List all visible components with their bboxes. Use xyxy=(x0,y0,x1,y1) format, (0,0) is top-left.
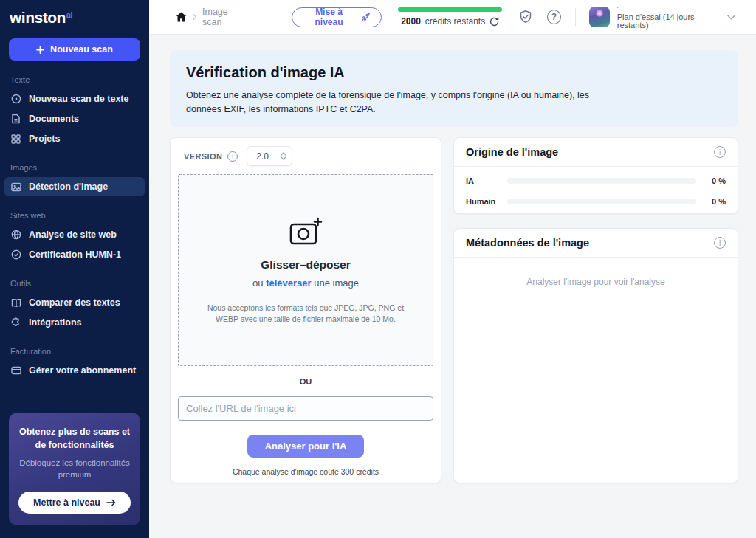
metadata-panel: Métadonnées de l'image i Analyser l'imag… xyxy=(453,228,738,483)
brand-logo: winstonai xyxy=(0,0,149,27)
sidebar-item-integrations[interactable]: Intégrations xyxy=(4,313,145,332)
section-label-images: Images xyxy=(10,163,149,172)
origin-row-value: 0 % xyxy=(696,197,726,206)
info-icon[interactable]: i xyxy=(227,151,238,162)
dropzone-title: Glisser–déposer xyxy=(261,258,350,272)
sidebar-item-website-analysis[interactable]: Analyse de site web xyxy=(4,225,145,244)
rocket-icon xyxy=(360,12,371,22)
promo-upgrade-button[interactable]: Mettre à niveau xyxy=(18,492,131,514)
check-circle-icon xyxy=(10,249,21,260)
sidebar-item-label: Nouveau scan de texte xyxy=(29,94,128,104)
brand-suffix: ai xyxy=(66,10,72,19)
page-title: Vérification d'image IA xyxy=(186,64,722,81)
origin-row-ia: IA 0 % xyxy=(466,176,726,185)
page-description: Obtenez une analyse complète de la foren… xyxy=(186,89,623,117)
shield-check-icon[interactable] xyxy=(518,10,533,24)
or-divider: OU xyxy=(178,377,433,386)
origin-row-label: Humain xyxy=(466,197,507,206)
app-root: winstonai Nouveau scan Texte Nouveau sca… xyxy=(0,0,756,538)
info-icon[interactable]: i xyxy=(714,146,726,158)
breadcrumb-chevron-icon xyxy=(192,13,197,21)
promo-subtitle: Débloquez les fonctionnalités premium xyxy=(18,457,131,480)
user-name: ' xyxy=(617,5,721,13)
image-url-input[interactable] xyxy=(178,396,433,421)
ia-progress-bar xyxy=(507,178,696,184)
info-icon[interactable]: i xyxy=(714,237,726,249)
sidebar-item-label: Gérer votre abonnement xyxy=(29,365,136,376)
main-area: Image scan Mise à niveau 2000 crédits re… xyxy=(149,0,756,538)
sidebar-item-image-detection[interactable]: Détection d'image xyxy=(4,177,145,196)
chevron-down-icon[interactable] xyxy=(727,15,735,20)
metadata-empty-state: Analyser l'image pour voir l'analyse xyxy=(454,258,738,287)
credits-amount: 2000 xyxy=(401,16,421,27)
upload-link[interactable]: téléverser xyxy=(266,277,311,289)
help-icon[interactable]: ? xyxy=(547,10,561,24)
breadcrumb: Image scan xyxy=(202,7,247,27)
image-dropzone[interactable]: Glisser–déposer ou téléverser une image … xyxy=(178,174,433,366)
section-label-texte: Texte xyxy=(10,75,149,84)
or-label: OU xyxy=(300,377,312,386)
version-label: VERSION xyxy=(184,152,222,161)
section-label-facturation: Facturation xyxy=(10,347,149,356)
new-scan-button[interactable]: Nouveau scan xyxy=(9,38,140,61)
top-bar: Image scan Mise à niveau 2000 crédits re… xyxy=(149,0,756,35)
target-icon xyxy=(10,94,21,104)
credits-label: crédits restants xyxy=(425,16,485,27)
credit-card-icon xyxy=(10,366,21,375)
sidebar-item-label: Documents xyxy=(29,114,79,124)
stepper-icon xyxy=(281,152,286,160)
sidebar-item-documents[interactable]: Documents xyxy=(4,109,145,128)
sidebar-item-label: Intégrations xyxy=(29,317,82,328)
sidebar-item-label: Détection d'image xyxy=(29,182,108,192)
credits-progress-bar xyxy=(398,7,502,12)
origin-row-value: 0 % xyxy=(696,176,726,185)
plan-info[interactable]: ' Plan d'essai (14 jours restants) xyxy=(617,5,721,30)
analyze-button[interactable]: Analyser pour l'IA xyxy=(247,435,364,458)
dropzone-sub-prefix: ou xyxy=(252,277,266,289)
credits-widget: 2000 crédits restants xyxy=(398,7,502,27)
sidebar-item-certification[interactable]: Certification HUMN-1 xyxy=(4,245,145,264)
origin-row-human: Humain 0 % xyxy=(466,197,726,206)
new-scan-label: Nouveau scan xyxy=(50,44,113,55)
sidebar-item-compare-texts[interactable]: Comparer des textes xyxy=(4,293,145,312)
arrow-right-icon xyxy=(106,499,116,506)
metadata-panel-title: Métadonnées de l'image xyxy=(466,237,589,249)
sidebar: winstonai Nouveau scan Texte Nouveau sca… xyxy=(0,0,149,538)
promo-title: Obtenez plus de scans et de fonctionnali… xyxy=(18,425,131,452)
plus-icon xyxy=(36,46,44,54)
accepted-formats: Nous acceptons les formats tels que JPEG… xyxy=(196,303,415,325)
upgrade-button-label: Mise à niveau xyxy=(303,7,356,27)
globe-icon xyxy=(10,230,21,240)
sidebar-item-label: Certification HUMN-1 xyxy=(29,249,121,260)
upgrade-button[interactable]: Mise à niveau xyxy=(292,7,382,27)
sidebar-item-label: Analyse de site web xyxy=(29,230,117,240)
upgrade-promo-card: Obtenez plus de scans et de fonctionnali… xyxy=(9,413,140,525)
camera-plus-icon xyxy=(288,216,323,247)
version-row: VERSION i 2.0 xyxy=(178,146,433,166)
sidebar-item-new-text-scan[interactable]: Nouveau scan de texte xyxy=(4,89,145,108)
grid-icon xyxy=(10,134,21,144)
sidebar-item-label: Comparer des textes xyxy=(29,297,120,308)
sidebar-item-projects[interactable]: Projets xyxy=(4,129,145,148)
origin-panel-title: Origine de l'image xyxy=(466,146,558,158)
upload-panel: VERSION i 2.0 xyxy=(170,137,441,483)
section-label-outils: Outils xyxy=(10,279,149,288)
sidebar-item-subscription[interactable]: Gérer votre abonnement xyxy=(4,361,145,380)
human-progress-bar xyxy=(507,199,696,204)
page-banner: Vérification d'image IA Obtenez une anal… xyxy=(170,50,738,127)
dropzone-subtitle: ou téléverser une image xyxy=(252,277,359,289)
document-icon xyxy=(10,114,21,124)
refresh-icon[interactable] xyxy=(489,17,499,27)
section-label-sites-web: Sites web xyxy=(10,211,149,220)
home-icon[interactable] xyxy=(176,12,187,22)
brand-name: winston xyxy=(10,9,66,26)
avatar[interactable] xyxy=(589,7,610,27)
dropzone-sub-suffix: une image xyxy=(312,277,359,289)
origin-row-label: IA xyxy=(466,176,507,185)
cost-note: Chaque analyse d'image coûte 300 crédits xyxy=(178,467,433,476)
origin-panel: Origine de l'image i IA 0 % Humain xyxy=(453,137,738,214)
puzzle-icon xyxy=(10,317,21,328)
header-divider xyxy=(575,8,576,26)
image-icon xyxy=(10,182,21,192)
version-select[interactable]: 2.0 xyxy=(247,146,292,166)
